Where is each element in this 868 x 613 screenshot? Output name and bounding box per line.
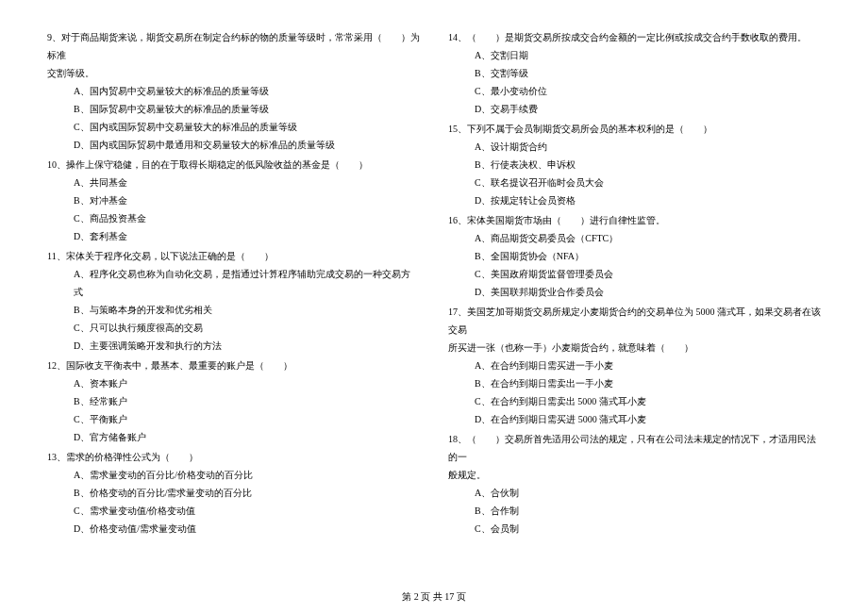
q13-option-c: C、需求量变动值/价格变动值 [47, 502, 420, 520]
q11-option-a: A、程序化交易也称为自动化交易，是指通过计算程序辅助完成交易的一种交易方式 [47, 265, 420, 301]
q14-option-b: B、交割等级 [448, 64, 821, 82]
q9-option-b: B、国际贸易中交易量较大的标准品的质量等级 [47, 100, 420, 118]
q12-option-b: B、经常账户 [47, 392, 420, 410]
q16-option-a: A、商品期货交易委员会（CFTC） [448, 229, 821, 247]
q16-option-d: D、美国联邦期货业合作委员会 [448, 283, 821, 301]
q15-option-d: D、按规定转让会员资格 [448, 191, 821, 209]
question-13: 13、需求的价格弹性公式为（ ） A、需求量变动的百分比/价格变动的百分比 B、… [47, 448, 420, 538]
q14-option-a: A、交割日期 [448, 46, 821, 64]
q9-stem-line1: 9、对于商品期货来说，期货交易所在制定合约标的物的质量等级时，常常采用（ ）为标… [47, 28, 420, 64]
q18-option-c: C、会员制 [448, 520, 821, 538]
q17-stem-line1: 17、美国芝加哥期货交易所规定小麦期货合约的交易单位为 5000 蒲式耳，如果交… [448, 303, 821, 339]
q18-stem-line2: 般规定。 [448, 466, 821, 484]
q9-option-d: D、国内或国际贸易中最通用和交易量较大的标准品的质量等级 [47, 136, 420, 154]
left-column: 9、对于商品期货来说，期货交易所在制定合约标的物的质量等级时，常常采用（ ）为标… [47, 28, 420, 575]
q15-option-c: C、联名提议召开临时会员大会 [448, 174, 821, 191]
q14-option-c: C、最小变动价位 [448, 82, 821, 100]
q9-option-a: A、国内贸易中交易量较大的标准品的质量等级 [47, 82, 420, 100]
q12-option-c: C、平衡账户 [47, 410, 420, 428]
q13-option-d: D、价格变动值/需求量变动值 [47, 520, 420, 538]
q17-stem-line2: 所买进一张（也称一手）小麦期货合约，就意味着（ ） [448, 339, 821, 356]
q10-option-b: B、对冲基金 [47, 191, 420, 209]
q17-option-d: D、在合约到期日需买进 5000 蒲式耳小麦 [448, 410, 821, 428]
right-column: 14、（ ）是期货交易所按成交合约金额的一定比例或按成交合约手数收取的费用。 A… [448, 28, 821, 575]
q13-option-a: A、需求量变动的百分比/价格变动的百分比 [47, 466, 420, 484]
q10-option-a: A、共同基金 [47, 174, 420, 191]
q10-option-d: D、套利基金 [47, 227, 420, 245]
q15-stem: 15、下列不属于会员制期货交易所会员的基本权利的是（ ） [448, 120, 821, 138]
q14-stem: 14、（ ）是期货交易所按成交合约金额的一定比例或按成交合约手数收取的费用。 [448, 28, 821, 46]
q12-option-a: A、资本账户 [47, 374, 420, 392]
q14-option-d: D、交易手续费 [448, 100, 821, 118]
q12-option-d: D、官方储备账户 [47, 428, 420, 446]
q16-option-b: B、全国期货协会（NFA） [448, 247, 821, 265]
q18-option-b: B、合作制 [448, 502, 821, 520]
q11-option-d: D、主要强调策略开发和执行的方法 [47, 337, 420, 355]
q13-option-b: B、价格变动的百分比/需求量变动的百分比 [47, 484, 420, 502]
question-14: 14、（ ）是期货交易所按成交合约金额的一定比例或按成交合约手数收取的费用。 A… [448, 28, 821, 118]
question-10: 10、操作上保守稳健，目的在于取得长期稳定的低风险收益的基金是（ ） A、共同基… [47, 156, 420, 245]
question-18: 18、（ ）交易所首先适用公司法的规定，只有在公司法未规定的情况下，才适用民法的… [448, 430, 821, 538]
page-footer: 第 2 页 共 17 页 [0, 590, 868, 604]
question-11: 11、宋体关于程序化交易，以下说法正确的是（ ） A、程序化交易也称为自动化交易… [47, 247, 420, 355]
q15-option-a: A、设计期货合约 [448, 138, 821, 156]
question-16: 16、宋体美国期货市场由（ ）进行自律性监管。 A、商品期货交易委员会（CFTC… [448, 211, 821, 301]
q12-stem: 12、国际收支平衡表中，最基本、最重要的账户是（ ） [47, 356, 420, 374]
q16-option-c: C、美国政府期货监督管理委员会 [448, 265, 821, 283]
q13-stem: 13、需求的价格弹性公式为（ ） [47, 448, 420, 466]
q11-stem: 11、宋体关于程序化交易，以下说法正确的是（ ） [47, 247, 420, 265]
q10-option-c: C、商品投资基金 [47, 209, 420, 227]
question-12: 12、国际收支平衡表中，最基本、最重要的账户是（ ） A、资本账户 B、经常账户… [47, 356, 420, 446]
q18-stem-line1: 18、（ ）交易所首先适用公司法的规定，只有在公司法未规定的情况下，才适用民法的… [448, 430, 821, 466]
question-15: 15、下列不属于会员制期货交易所会员的基本权利的是（ ） A、设计期货合约 B、… [448, 120, 821, 209]
q18-option-a: A、合伙制 [448, 484, 821, 502]
q9-stem-line2: 交割等级。 [47, 64, 420, 82]
question-17: 17、美国芝加哥期货交易所规定小麦期货合约的交易单位为 5000 蒲式耳，如果交… [448, 303, 821, 428]
q17-option-c: C、在合约到期日需卖出 5000 蒲式耳小麦 [448, 392, 821, 410]
question-9: 9、对于商品期货来说，期货交易所在制定合约标的物的质量等级时，常常采用（ ）为标… [47, 28, 420, 154]
q17-option-a: A、在合约到期日需买进一手小麦 [448, 356, 821, 374]
q9-option-c: C、国内或国际贸易中交易量较大的标准品的质量等级 [47, 118, 420, 136]
q10-stem: 10、操作上保守稳健，目的在于取得长期稳定的低风险收益的基金是（ ） [47, 156, 420, 174]
q16-stem: 16、宋体美国期货市场由（ ）进行自律性监管。 [448, 211, 821, 229]
q17-option-b: B、在合约到期日需卖出一手小麦 [448, 374, 821, 392]
q15-option-b: B、行使表决权、申诉权 [448, 156, 821, 174]
q11-option-b: B、与策略本身的开发和优劣相关 [47, 301, 420, 319]
q11-option-c: C、只可以执行频度很高的交易 [47, 319, 420, 337]
